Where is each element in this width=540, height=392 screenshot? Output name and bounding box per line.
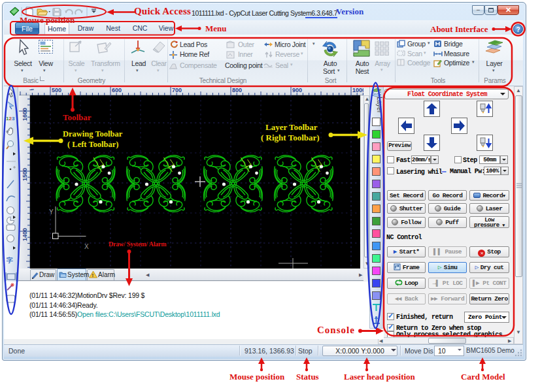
svg-text:!: ! xyxy=(92,272,94,278)
svg-text:1000: 1000 xyxy=(352,87,363,93)
svg-text:X: X xyxy=(84,243,89,250)
svg-text:Y: Y xyxy=(49,208,54,216)
svg-text:900: 900 xyxy=(292,87,302,93)
svg-text:700: 700 xyxy=(172,87,182,93)
svg-text:123: 123 xyxy=(6,116,15,122)
svg-text:字: 字 xyxy=(6,256,13,264)
svg-text:–: – xyxy=(29,86,33,93)
svg-text:500: 500 xyxy=(52,87,61,93)
svg-text:1500: 1500 xyxy=(22,168,28,181)
svg-text:600: 600 xyxy=(112,87,122,93)
svg-text:1400: 1400 xyxy=(22,228,28,241)
svg-text:1600: 1600 xyxy=(22,108,28,121)
svg-text:800: 800 xyxy=(232,87,242,93)
